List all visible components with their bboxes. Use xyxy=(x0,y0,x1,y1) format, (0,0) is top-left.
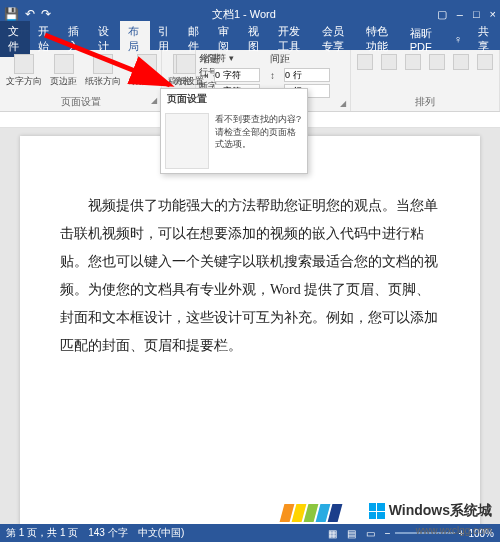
group-arrange: 排列 xyxy=(351,50,500,111)
close-button[interactable]: × xyxy=(490,8,496,20)
status-words[interactable]: 143 个字 xyxy=(88,526,127,540)
margins-button[interactable]: 页边距 xyxy=(48,52,79,90)
space-before-icon: ↕ xyxy=(270,70,282,81)
document-area[interactable]: 视频提供了功能强大的方法帮助您证明您的观点。当您单击联机视频时，可以在想要添加的… xyxy=(0,128,500,524)
tooltip-line2: 请检查全部的页面格式选项。 xyxy=(215,126,303,151)
text-direction-button[interactable]: 文字方向 xyxy=(4,52,44,90)
wrap-button[interactable] xyxy=(379,52,399,72)
status-page[interactable]: 第 1 页，共 1 页 xyxy=(6,526,78,540)
tooltip-thumb-icon xyxy=(165,113,209,169)
windows-logo-icon xyxy=(369,503,385,519)
body-paragraph[interactable]: 视频提供了功能强大的方法帮助您证明您的观点。当您单击联机视频时，可以在想要添加的… xyxy=(60,192,440,360)
indent-left-icon: ⇥ xyxy=(200,70,212,81)
window-title: 文档1 - Word xyxy=(51,7,437,22)
watermark-bars-icon xyxy=(282,504,340,522)
bring-forward-button[interactable] xyxy=(403,52,423,72)
page-setup-launcher-icon[interactable]: ◢ xyxy=(151,94,157,108)
maximize-button[interactable]: □ xyxy=(473,8,480,20)
tell-me[interactable]: ♀ xyxy=(446,30,470,48)
space-before-input[interactable] xyxy=(284,68,330,82)
size-button[interactable]: 纸张大小 xyxy=(127,52,167,90)
indent-left-input[interactable] xyxy=(214,68,260,82)
send-backward-button[interactable] xyxy=(427,52,447,72)
paragraph-launcher-icon[interactable]: ◢ xyxy=(340,97,346,111)
view-web-icon[interactable]: ▭ xyxy=(366,528,375,539)
page-setup-tooltip: 页面设置 看不到要查找的内容? 请检查全部的页面格式选项。 xyxy=(160,88,308,174)
tooltip-title: 页面设置 xyxy=(161,89,307,109)
zoom-out-icon[interactable]: − xyxy=(385,528,391,539)
redo-icon[interactable]: ↷ xyxy=(41,7,51,21)
view-read-icon[interactable]: ▦ xyxy=(328,528,337,539)
spacing-header: 间距 xyxy=(270,52,330,66)
orientation-button[interactable]: 纸张方向 xyxy=(83,52,123,90)
watermark-url: www.wxclgg.com xyxy=(416,525,492,536)
save-icon[interactable]: 💾 xyxy=(4,7,19,21)
align-button[interactable] xyxy=(475,52,495,72)
window-controls: ▢ – □ × xyxy=(437,8,496,21)
status-lang[interactable]: 中文(中国) xyxy=(138,526,185,540)
indent-header: 缩进 xyxy=(200,52,260,66)
qat: 💾 ↶ ↷ xyxy=(4,7,51,21)
position-button[interactable] xyxy=(355,52,375,72)
minimize-button[interactable]: – xyxy=(457,8,463,20)
view-print-icon[interactable]: ▤ xyxy=(347,528,356,539)
selection-pane-button[interactable] xyxy=(451,52,471,72)
undo-icon[interactable]: ↶ xyxy=(25,7,35,21)
ribbon-tabs: 文件 开始 插入 设计 布局 引用 邮件 审阅 视图 开发工具 会员专享 特色功… xyxy=(0,28,500,50)
group-page-setup: 文字方向 页边距 纸张方向 纸张大小 分栏 分隔符 ▾ 行号 ▾ 断字 ▾ 页面… xyxy=(0,50,162,111)
group-label-page-setup: 页面设置 xyxy=(61,96,101,107)
page[interactable]: 视频提供了功能强大的方法帮助您证明您的观点。当您单击联机视频时，可以在想要添加的… xyxy=(20,136,480,524)
ribbon-opts-icon[interactable]: ▢ xyxy=(437,8,447,21)
watermark-text: Windows系统城 xyxy=(369,502,492,520)
group-label-arrange: 排列 xyxy=(355,95,495,109)
tooltip-line1: 看不到要查找的内容? xyxy=(215,113,303,126)
